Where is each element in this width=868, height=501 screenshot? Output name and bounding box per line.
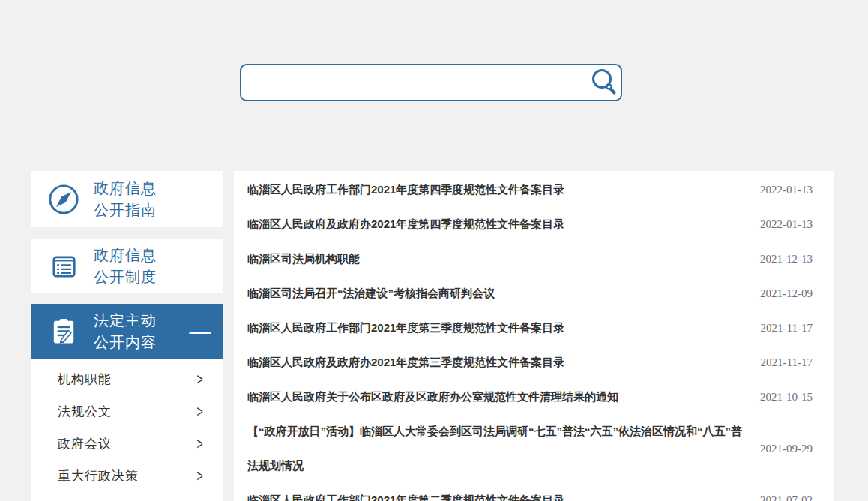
article-title: 临淄区人民政府工作部门2021年度第二季度规范性文件备案目录 <box>247 494 564 501</box>
sidebar-item-disclosure-system[interactable]: 政府信息 公开制度 <box>31 238 223 293</box>
article-title: 临淄区司法局机构职能 <box>247 252 360 266</box>
article-date: 2021-07-02 <box>745 494 813 501</box>
sidebar-item-label: 政府信息 公开制度 <box>94 244 157 288</box>
list-item[interactable]: 临淄区人民政府工作部门2021年度第四季度规范性文件备案目录 2022-01-1… <box>234 172 834 207</box>
submenu-item-regulations[interactable]: 法规公文 > <box>31 395 223 428</box>
list-item[interactable]: 临淄区人民政府及政府办2021年度第三季度规范性文件备案目录 2021-11-1… <box>234 345 834 380</box>
chevron-right-icon: > <box>196 434 202 453</box>
article-title: 临淄区人民政府工作部门2021年度第三季度规范性文件备案目录 <box>247 321 564 335</box>
collapse-minus-icon[interactable]: — <box>190 322 211 340</box>
list-item[interactable]: 临淄区人民政府工作部门2021年度第二季度规范性文件备案目录 2021-07-0… <box>234 483 834 501</box>
article-title: 临淄区人民政府及政府办2021年度第三季度规范性文件备案目录 <box>247 356 564 370</box>
chevron-right-icon: > <box>196 370 202 388</box>
article-list: 临淄区人民政府工作部门2021年度第四季度规范性文件备案目录 2022-01-1… <box>234 171 834 501</box>
article-title: 临淄区人民政府工作部门2021年度第四季度规范性文件备案目录 <box>247 183 564 197</box>
submenu-item-plans[interactable]: 规划计划 > <box>31 492 223 501</box>
chevron-right-icon: > <box>196 466 202 485</box>
submenu-item-organization[interactable]: 机构职能 > <box>31 363 223 395</box>
article-title: 临淄区司法局召开“法治建设”考核指会商研判会议 <box>247 286 495 301</box>
list-item[interactable]: 【“政府开放日”活动】临淄区人大常委会到区司法局调研“七五”普法“六五”依法治区… <box>234 414 834 483</box>
sidebar: 政府信息 公开指南 政府信息 公开制度 <box>31 171 223 501</box>
search-icon <box>590 86 617 98</box>
document-list-icon <box>47 250 80 283</box>
article-date: 2021-10-15 <box>745 391 813 404</box>
sidebar-item-statutory-disclosure[interactable]: 法定主动 公开内容 — <box>31 304 223 359</box>
submenu-label: 政府会议 <box>58 435 112 452</box>
submenu-item-major-decisions[interactable]: 重大行政决策 > <box>31 460 223 492</box>
list-item[interactable]: 临淄区人民政府及政府办2021年度第四季度规范性文件备案目录 2022-01-1… <box>234 207 834 242</box>
article-title: 【“政府开放日”活动】临淄区人大常委会到区司法局调研“七五”普法“六五”依法治区… <box>247 414 745 483</box>
article-date: 2022-01-13 <box>745 218 813 231</box>
submenu-label: 法规公文 <box>58 403 112 420</box>
clipboard-pen-icon <box>47 315 80 348</box>
sidebar-item-disclosure-guide[interactable]: 政府信息 公开指南 <box>31 171 223 227</box>
government-info-page: { "colors":{ "accent":"#2e6da4", "page_b… <box>0 0 868 501</box>
sidebar-item-label: 法定主动 公开内容 <box>94 310 157 353</box>
list-item[interactable]: 临淄区人民政府关于公布区政府及区政府办公室规范性文件清理结果的通知 2021-1… <box>234 380 834 414</box>
article-date: 2021-09-29 <box>745 442 813 455</box>
sidebar-item-label: 政府信息 公开指南 <box>94 178 157 221</box>
list-item[interactable]: 临淄区司法局机构职能 2021-12-13 <box>234 242 834 276</box>
sidebar-submenu: 机构职能 > 法规公文 > 政府会议 > 重大行政决策 > 规划计划 > <box>31 359 223 501</box>
search-bar <box>240 64 622 101</box>
submenu-label: 机构职能 <box>58 370 112 388</box>
article-date: 2021-12-13 <box>745 253 813 266</box>
list-item[interactable]: 临淄区司法局召开“法治建设”考核指会商研判会议 2021-12-09 <box>234 276 834 310</box>
article-date: 2021-11-17 <box>746 356 813 369</box>
search-input[interactable] <box>240 64 622 101</box>
search-button[interactable] <box>589 68 618 97</box>
chevron-right-icon: > <box>196 402 202 421</box>
submenu-item-meetings[interactable]: 政府会议 > <box>31 428 223 460</box>
article-date: 2021-12-09 <box>745 287 813 300</box>
submenu-label: 重大行政决策 <box>58 467 139 484</box>
article-date: 2022-01-13 <box>745 184 813 196</box>
article-title: 临淄区人民政府及政府办2021年度第四季度规范性文件备案目录 <box>247 218 564 232</box>
list-item[interactable]: 临淄区人民政府工作部门2021年度第三季度规范性文件备案目录 2021-11-1… <box>234 310 834 345</box>
compass-icon <box>47 183 80 216</box>
article-date: 2021-11-17 <box>746 322 813 334</box>
article-title: 临淄区人民政府关于公布区政府及区政府办公室规范性文件清理结果的通知 <box>247 390 618 404</box>
